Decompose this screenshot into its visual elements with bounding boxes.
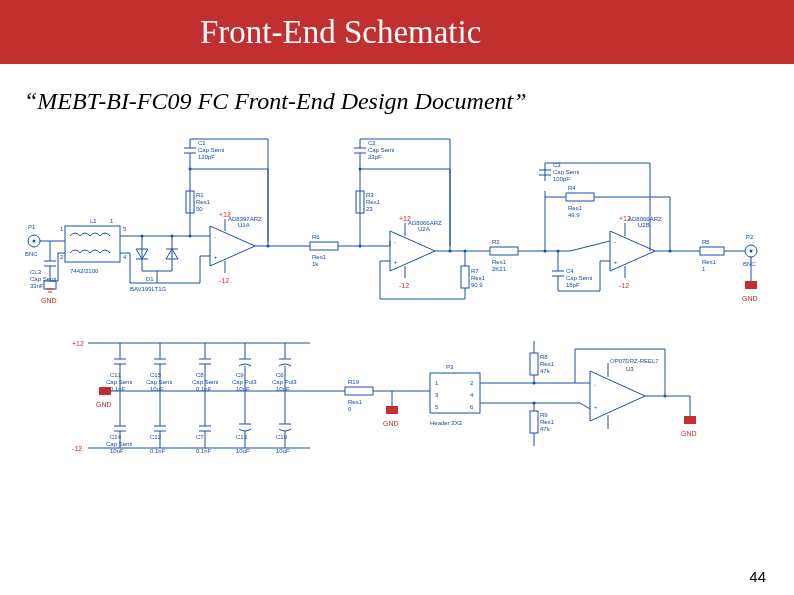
svg-text:50: 50 (196, 206, 203, 212)
svg-text:L1: L1 (90, 218, 97, 224)
svg-text:47k: 47k (540, 426, 551, 432)
schematic-diagram: P1 BNC CL3 Cap Semi 33nF GND L1 1 7442/2… (10, 131, 784, 481)
svg-rect-249 (345, 387, 373, 395)
svg-text:C9: C9 (236, 372, 244, 378)
svg-point-117 (464, 250, 467, 253)
cap-c1: C1 Cap Semi 120pF (184, 139, 268, 241)
svg-text:10uF: 10uF (276, 448, 290, 454)
subtitle: “MEBT-BI-FC09 FC Front-End Design Docume… (24, 88, 794, 115)
svg-rect-174 (745, 281, 757, 289)
svg-point-1 (33, 240, 36, 243)
svg-text:C12: C12 (150, 434, 162, 440)
gnd-icon: GND (96, 387, 112, 408)
svg-text:D1: D1 (146, 276, 154, 282)
svg-text:90.9: 90.9 (471, 282, 483, 288)
svg-text:BNC: BNC (25, 251, 38, 257)
svg-text:18pF: 18pF (566, 282, 580, 288)
svg-text:+: + (614, 259, 618, 265)
svg-text:47k: 47k (540, 368, 551, 374)
svg-text:Cap Pol3: Cap Pol3 (232, 379, 257, 385)
opamp-u1a: - + +12 -12 U1A AD8397ARZ (200, 211, 262, 284)
inductor-l1: L1 1 7442/2100 1 2 5 4 (60, 218, 127, 274)
svg-point-283 (533, 382, 536, 385)
svg-rect-269 (530, 353, 538, 375)
cap-c10: C10 10uF (276, 391, 291, 454)
svg-text:-: - (394, 239, 396, 245)
svg-rect-126 (566, 193, 594, 201)
svg-text:23pF: 23pF (368, 154, 382, 160)
svg-text:GND: GND (41, 297, 57, 304)
svg-point-42 (189, 235, 192, 238)
svg-text:U3: U3 (626, 366, 634, 372)
svg-text:C7: C7 (196, 434, 204, 440)
svg-text:1: 1 (435, 380, 439, 386)
svg-text:+: + (594, 404, 598, 410)
svg-text:R9: R9 (540, 412, 548, 418)
svg-text:10uF: 10uF (236, 448, 250, 454)
svg-rect-74 (310, 242, 338, 250)
svg-text:Res1: Res1 (540, 419, 555, 425)
svg-text:Res1: Res1 (348, 399, 363, 405)
cap-c7: C7 0.1nF (196, 391, 212, 454)
gnd-icon: GND (681, 416, 697, 437)
svg-text:+: + (214, 254, 218, 260)
svg-text:10uF: 10uF (110, 448, 124, 454)
gnd-icon: GND (383, 391, 399, 427)
svg-text:U1A: U1A (238, 222, 250, 228)
svg-text:C13: C13 (236, 434, 248, 440)
svg-text:P3: P3 (446, 364, 454, 370)
svg-text:R4: R4 (568, 185, 576, 191)
svg-rect-217 (99, 387, 111, 395)
cap-cl3: CL3 Cap Semi 33nF (30, 241, 56, 289)
svg-text:C10: C10 (276, 434, 288, 440)
svg-line-149 (570, 241, 610, 251)
cap-c4: C4 Cap Semi 18pF (552, 251, 592, 291)
svg-text:1k: 1k (312, 261, 319, 267)
svg-text:+: + (394, 259, 398, 265)
port-p2-bnc: P2 BNC (743, 234, 757, 281)
svg-text:Cap Semi: Cap Semi (106, 379, 132, 385)
svg-text:1: 1 (60, 226, 64, 232)
svg-text:C1: C1 (198, 140, 206, 146)
res-r6: R6 Res1 1k (310, 234, 338, 267)
svg-text:Header 3X2: Header 3X2 (430, 420, 463, 426)
svg-text:C14: C14 (110, 434, 122, 440)
cap-c13: C13 10uF (236, 391, 251, 454)
header-p3: P3 1 2 3 4 5 6 Header 3X2 (430, 364, 480, 426)
svg-text:GND: GND (742, 295, 758, 302)
svg-text:Res1: Res1 (312, 254, 327, 260)
svg-text:3: 3 (435, 392, 439, 398)
svg-text:Res1: Res1 (366, 199, 381, 205)
svg-text:-12: -12 (619, 282, 629, 289)
svg-point-300 (664, 395, 667, 398)
svg-text:100pF: 100pF (553, 176, 570, 182)
svg-text:-12: -12 (399, 282, 409, 289)
svg-text:OP07DRZ-REEL7: OP07DRZ-REEL7 (610, 358, 659, 364)
page-title: Front-End Schematic (200, 14, 481, 51)
svg-text:Cap Semi: Cap Semi (146, 379, 172, 385)
res-r7: R7 Res1 90.9 (461, 251, 486, 299)
cap-c15: C15 Cap Semi 10uF (146, 343, 172, 392)
svg-text:R1: R1 (196, 192, 204, 198)
svg-rect-118 (490, 247, 518, 255)
svg-text:Res1: Res1 (471, 275, 486, 281)
svg-point-284 (533, 402, 536, 405)
svg-text:2: 2 (470, 380, 474, 386)
svg-point-146 (557, 250, 560, 253)
cap-c12: C12 0.1nF (150, 391, 166, 454)
svg-line-288 (580, 403, 590, 409)
svg-text:P1: P1 (28, 224, 36, 230)
svg-text:Cap Semi: Cap Semi (106, 441, 132, 447)
svg-text:AD8397ARZ: AD8397ARZ (228, 216, 262, 222)
svg-text:R7: R7 (471, 268, 479, 274)
svg-text:2K21: 2K21 (492, 266, 507, 272)
svg-text:C3: C3 (553, 162, 561, 168)
svg-text:Cap Semi: Cap Semi (192, 379, 218, 385)
svg-rect-112 (461, 266, 469, 288)
svg-text:5: 5 (435, 404, 439, 410)
svg-text:R2: R2 (492, 239, 500, 245)
svg-text:Cap Semi: Cap Semi (566, 275, 592, 281)
svg-text:1: 1 (110, 218, 114, 224)
svg-rect-295 (684, 416, 696, 424)
svg-rect-275 (530, 411, 538, 433)
